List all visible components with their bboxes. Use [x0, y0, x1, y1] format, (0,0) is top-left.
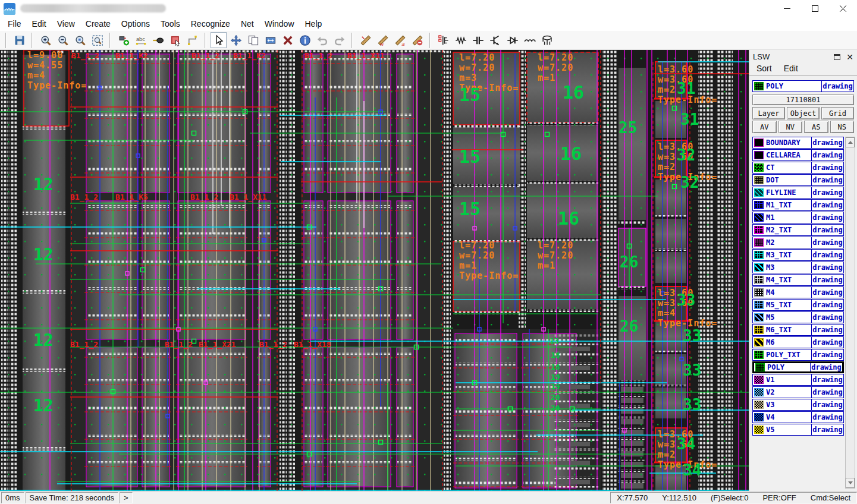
toolbar-separator — [5, 33, 7, 48]
lsw-button-object[interactable]: Object — [787, 107, 820, 119]
layer-row-dot[interactable]: DOTdrawing — [752, 174, 844, 186]
layer-row-m4[interactable]: M4drawing — [752, 286, 844, 298]
layer-row-m2_txt[interactable]: M2_TXTdrawing — [752, 224, 844, 236]
layer-name: M2_TXT — [766, 226, 811, 234]
menu-file[interactable]: File — [2, 18, 27, 31]
lsw-button-nv[interactable]: NV — [778, 121, 803, 133]
layer-row-v3[interactable]: V3drawing — [752, 399, 844, 411]
zoom-fit-icon[interactable] — [89, 32, 105, 48]
layer-row-poly_txt[interactable]: POLY_TXTdrawing — [752, 349, 844, 361]
scroll-up-icon[interactable] — [846, 137, 855, 147]
add-instance-icon[interactable] — [115, 32, 131, 48]
instance-label: B1_1_2 — [71, 51, 99, 61]
dock-icon[interactable] — [834, 54, 840, 60]
lsw-button-ns[interactable]: NS — [830, 121, 855, 133]
layer-purpose: drawing — [811, 387, 843, 398]
lsw-button-as[interactable]: AS — [804, 121, 828, 133]
resistor-icon[interactable] — [453, 32, 469, 48]
menu-options[interactable]: Options — [116, 18, 155, 31]
net-number-label: 31 — [677, 80, 695, 97]
layer-row-poly[interactable]: POLYdrawing — [752, 361, 844, 373]
layer-row-m3[interactable]: M3drawing — [752, 262, 844, 273]
layer-name: FLYLINE — [766, 188, 811, 197]
diode-icon[interactable] — [504, 32, 520, 48]
layer-purpose: drawing — [811, 399, 843, 410]
bjt-icon[interactable] — [487, 32, 503, 48]
layer-row-m5_txt[interactable]: M5_TXTdrawing — [752, 299, 844, 311]
menu-net[interactable]: Net — [236, 18, 259, 31]
menu-window[interactable]: Window — [259, 18, 300, 31]
label-abc-icon[interactable]: abc — [133, 32, 149, 48]
dimension-annotation: l=7.20 — [459, 52, 495, 63]
menu-edit[interactable]: Edit — [27, 18, 52, 31]
status-right: X:77.570 Y:112.510 (F)Select:0 PER:OFF C… — [610, 492, 857, 503]
stretch-icon[interactable] — [262, 32, 278, 48]
menu-view[interactable]: View — [52, 18, 80, 31]
layer-row-v5[interactable]: V5drawing — [752, 424, 844, 436]
scroll-down-icon[interactable] — [846, 478, 855, 488]
layer-row-v4[interactable]: V4drawing — [752, 411, 844, 423]
layer-purpose: drawing — [811, 225, 843, 235]
zoom-in-icon[interactable] — [37, 32, 54, 48]
layer-row-m1[interactable]: M1drawing — [752, 212, 844, 223]
cellview-button[interactable]: 17110801 — [752, 94, 854, 105]
route-path-icon[interactable] — [184, 32, 200, 48]
layer-row-m4_txt[interactable]: M4_TXTdrawing — [752, 274, 844, 286]
menu-create[interactable]: Create — [80, 18, 116, 31]
lsw-menu-edit[interactable]: Edit — [784, 64, 798, 73]
layer-row-m1_txt[interactable]: M1_TXTdrawing — [752, 199, 844, 211]
layout-canvas[interactable]: l=9.00w=4.55m=4Type-Info=l=7.20w=7.20m=3… — [0, 50, 749, 491]
layer-row-v2[interactable]: V2drawing — [752, 386, 844, 398]
net-number-label: 26 — [620, 253, 638, 271]
dimension-annotation: w=7.20 — [538, 62, 573, 73]
zoom-out-icon[interactable] — [55, 32, 71, 48]
pan-icon[interactable] — [228, 32, 244, 48]
capacitor-icon[interactable] — [470, 32, 486, 48]
redo-icon[interactable] — [331, 32, 347, 48]
maximize-button[interactable] — [801, 0, 829, 17]
lsw-button-layer[interactable]: Layer — [752, 107, 785, 119]
zoom-selected-icon[interactable] — [72, 32, 88, 48]
lsw-button-grid[interactable]: Grid — [821, 107, 854, 119]
layer-row-ct[interactable]: CTdrawing — [752, 162, 844, 174]
layer-row-v1[interactable]: V1drawing — [752, 374, 844, 386]
probe-icon[interactable] — [150, 32, 166, 48]
menu-recognize[interactable]: Recognize — [186, 18, 236, 31]
info-icon[interactable] — [297, 32, 313, 48]
copy-region-icon[interactable] — [167, 32, 183, 48]
copy-icon[interactable] — [245, 32, 261, 48]
layer-row-m6_txt[interactable]: M6_TXTdrawing — [752, 324, 844, 336]
lsw-button-av[interactable]: AV — [752, 121, 777, 133]
mos-device-icon[interactable] — [435, 32, 451, 48]
layer-swatch — [754, 201, 764, 209]
ruler-clear-icon[interactable] — [409, 32, 425, 48]
layer-row-m5[interactable]: M5drawing — [752, 311, 844, 323]
ruler-width-icon[interactable]: w — [375, 32, 391, 48]
close-button[interactable] — [829, 0, 857, 17]
well-icon[interactable] — [539, 32, 555, 48]
ruler-length-icon[interactable]: Ǝ — [392, 32, 408, 48]
inductor-icon[interactable] — [522, 32, 538, 48]
app-logo-icon — [4, 3, 15, 15]
layer-purpose: drawing — [811, 137, 843, 148]
layer-row-m3_txt[interactable]: M3_TXTdrawing — [752, 249, 844, 261]
select-icon[interactable] — [211, 32, 227, 48]
layer-row-flyline[interactable]: FLYLINEdrawing — [752, 187, 844, 199]
menu-tools[interactable]: Tools — [155, 18, 186, 31]
layer-row-boundary[interactable]: BOUNDARYdrawing — [752, 137, 844, 149]
lsw-close-icon[interactable]: ✕ — [846, 54, 853, 60]
delete-icon[interactable] — [280, 32, 296, 48]
current-layer-display[interactable]: POLY drawing — [752, 80, 854, 92]
layer-row-cellarea[interactable]: CELLAREAdrawing — [752, 149, 844, 161]
layer-swatch — [754, 276, 764, 284]
menu-help[interactable]: Help — [300, 18, 328, 31]
layer-row-m6[interactable]: M6drawing — [752, 336, 844, 348]
minimize-button[interactable] — [773, 0, 801, 17]
save-icon[interactable] — [11, 32, 27, 48]
layer-row-m2[interactable]: M2drawing — [752, 237, 844, 248]
layer-list-scrollbar[interactable] — [845, 137, 855, 489]
lsw-filter-buttons: LayerObjectGrid — [752, 107, 854, 119]
undo-icon[interactable] — [314, 32, 330, 48]
lsw-menu-sort[interactable]: Sort — [756, 64, 772, 73]
ruler-icon[interactable] — [357, 32, 373, 48]
